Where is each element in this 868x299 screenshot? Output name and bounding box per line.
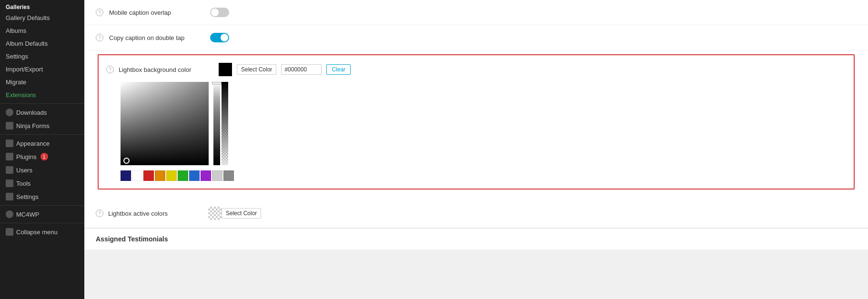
swatch-green[interactable] bbox=[178, 170, 188, 181]
sidebar-item-users[interactable]: Users bbox=[0, 163, 84, 177]
settings-panel: ? Mobile caption overlap ? Copy caption … bbox=[84, 0, 868, 228]
opacity-bar-wrapper bbox=[222, 82, 228, 167]
swatch-orange[interactable] bbox=[155, 170, 165, 181]
sidebar-galleries-header: Galleries bbox=[0, 0, 84, 11]
sidebar-item-label: Extensions bbox=[6, 91, 36, 99]
hue-bar[interactable] bbox=[213, 82, 220, 165]
sidebar-divider-1 bbox=[0, 103, 84, 104]
sidebar-item-label: Album Defaults bbox=[6, 40, 48, 47]
copy-caption-row: ? Copy caption on double tap bbox=[84, 25, 868, 50]
sidebar-item-appearance[interactable]: Appearance bbox=[0, 137, 84, 150]
sidebar-item-plugins[interactable]: Plugins 1 bbox=[0, 150, 84, 163]
lightbox-bg-clear-button[interactable]: Clear bbox=[326, 64, 351, 75]
swatch-white[interactable] bbox=[132, 170, 142, 181]
mobile-caption-overlap-row: ? Mobile caption overlap bbox=[84, 0, 868, 25]
slider-bars bbox=[213, 82, 228, 167]
users-icon bbox=[6, 166, 13, 174]
copy-caption-help-icon[interactable]: ? bbox=[96, 34, 103, 41]
sidebar-item-label: Settings bbox=[16, 193, 39, 200]
sidebar-item-collapse[interactable]: Collapse menu bbox=[0, 225, 84, 239]
svg-rect-1 bbox=[121, 82, 209, 165]
gradient-handle[interactable] bbox=[123, 158, 130, 164]
lightbox-bg-color-picker-container: ? Lightbox background color Select Color… bbox=[98, 54, 855, 189]
collapse-icon bbox=[6, 228, 13, 236]
sidebar-item-migrate[interactable]: Migrate bbox=[0, 76, 84, 89]
active-color-select-wrapper: Select Color bbox=[208, 207, 261, 220]
active-color-swatch[interactable] bbox=[208, 207, 222, 220]
swatch-dark-blue[interactable] bbox=[121, 170, 131, 181]
sidebar-item-albums[interactable]: Albums bbox=[0, 24, 84, 37]
hue-bar-wrapper bbox=[213, 82, 220, 167]
svg-rect-2 bbox=[213, 82, 220, 165]
swatch-light-gray[interactable] bbox=[212, 170, 222, 181]
sidebar-item-label: Downloads bbox=[16, 109, 47, 116]
sidebar-item-gallery-defaults[interactable]: Gallery Defaults bbox=[0, 11, 84, 24]
tools-icon bbox=[6, 179, 13, 187]
sidebar-item-album-defaults[interactable]: Album Defaults bbox=[0, 37, 84, 50]
lightbox-bg-help-icon[interactable]: ? bbox=[106, 66, 114, 73]
sidebar-item-mc4wp[interactable]: MC4WP bbox=[0, 208, 84, 221]
sidebar-item-label: Gallery Defaults bbox=[6, 14, 50, 21]
swatch-blue[interactable] bbox=[189, 170, 200, 181]
color-swatches-row bbox=[121, 170, 846, 181]
sidebar: Galleries Gallery Defaults Albums Album … bbox=[0, 0, 84, 299]
mobile-caption-help-icon[interactable]: ? bbox=[96, 9, 103, 16]
gradient-canvas bbox=[121, 82, 209, 165]
plugins-badge: 1 bbox=[40, 153, 48, 160]
assigned-testimonials-title: Assigned Testimonials bbox=[96, 235, 168, 243]
sidebar-item-label: Plugins bbox=[16, 153, 37, 160]
sidebar-item-label: Appearance bbox=[16, 140, 50, 147]
lightbox-bg-color-swatch[interactable] bbox=[219, 63, 232, 76]
toggle-knob bbox=[221, 34, 228, 41]
settings-icon bbox=[6, 193, 13, 200]
copy-caption-toggle[interactable] bbox=[210, 33, 229, 42]
sidebar-item-label: Tools bbox=[16, 180, 30, 187]
sidebar-item-extensions[interactable]: Extensions bbox=[0, 89, 84, 101]
appearance-icon bbox=[6, 140, 13, 147]
svg-rect-8 bbox=[222, 82, 228, 165]
swatch-yellow[interactable] bbox=[166, 170, 177, 181]
sidebar-item-label: MC4WP bbox=[16, 211, 39, 218]
color-picker-canvas-area bbox=[121, 82, 846, 167]
sidebar-item-import-export[interactable]: Import/Export bbox=[0, 63, 84, 76]
swatch-red[interactable] bbox=[143, 170, 154, 181]
sidebar-item-label: Migrate bbox=[6, 79, 26, 86]
sidebar-item-label: Ninja Forms bbox=[16, 122, 50, 130]
lightbox-bg-hex-input[interactable] bbox=[281, 64, 322, 75]
swatch-purple[interactable] bbox=[201, 170, 211, 181]
gradient-area[interactable] bbox=[121, 82, 209, 167]
swatch-gray[interactable] bbox=[223, 170, 234, 181]
copy-caption-label: Copy caption on double tap bbox=[109, 34, 204, 41]
downloads-icon bbox=[6, 109, 13, 116]
sidebar-divider-4 bbox=[0, 223, 84, 223]
lightbox-bg-label: Lightbox background color bbox=[119, 66, 214, 73]
plugins-icon bbox=[6, 153, 13, 160]
mc4wp-icon bbox=[6, 210, 13, 218]
sidebar-item-tools[interactable]: Tools bbox=[0, 177, 84, 190]
sidebar-item-label: Albums bbox=[6, 27, 26, 34]
lightbox-active-select-color-button[interactable]: Select Color bbox=[222, 208, 261, 219]
lightbox-active-help-icon[interactable]: ? bbox=[96, 209, 103, 217]
color-picker-body bbox=[106, 82, 846, 181]
sidebar-item-label: Users bbox=[16, 167, 32, 174]
sidebar-divider-2 bbox=[0, 134, 84, 135]
sidebar-item-ninja-forms[interactable]: Ninja Forms bbox=[0, 119, 84, 132]
toggle-knob bbox=[211, 9, 219, 16]
sidebar-item-settings[interactable]: Settings bbox=[0, 50, 84, 63]
opacity-bar[interactable] bbox=[222, 82, 228, 165]
sidebar-item-label: Settings bbox=[6, 53, 28, 60]
lightbox-active-colors-row: ? Lightbox active colors Select Color bbox=[84, 199, 868, 228]
mobile-caption-overlap-label: Mobile caption overlap bbox=[109, 9, 204, 16]
assigned-testimonials-section: Assigned Testimonials bbox=[84, 228, 868, 249]
color-picker-header: ? Lightbox background color Select Color… bbox=[106, 63, 846, 76]
sidebar-item-downloads[interactable]: Downloads bbox=[0, 106, 84, 119]
ninja-forms-icon bbox=[6, 122, 13, 130]
sidebar-item-label: Collapse menu bbox=[16, 229, 58, 236]
mobile-caption-overlap-toggle[interactable] bbox=[210, 8, 229, 17]
sidebar-divider-3 bbox=[0, 205, 84, 206]
lightbox-bg-select-color-button[interactable]: Select Color bbox=[237, 64, 276, 75]
hue-handle[interactable] bbox=[212, 82, 222, 84]
lightbox-bg-color-section: ? Lightbox background color Select Color… bbox=[84, 54, 868, 199]
lightbox-active-colors-label: Lightbox active colors bbox=[108, 210, 203, 217]
sidebar-item-settings2[interactable]: Settings bbox=[0, 190, 84, 203]
